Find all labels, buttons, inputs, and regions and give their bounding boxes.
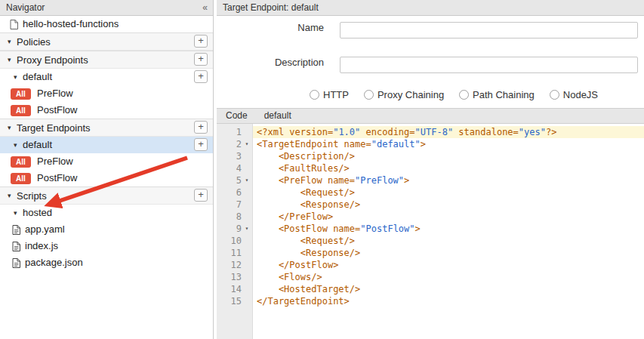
tree-item-file-app-yaml[interactable]: app.yaml bbox=[0, 221, 213, 238]
line-number[interactable]: 5▾ bbox=[217, 174, 252, 186]
section-label: Proxy Endpoints bbox=[17, 51, 88, 69]
code-line[interactable]: </PostFlow> bbox=[253, 259, 644, 271]
radio-http[interactable]: HTTP bbox=[310, 89, 349, 100]
code-line[interactable]: <Request/> bbox=[253, 235, 644, 247]
section-label: Target Endpoints bbox=[17, 119, 91, 137]
description-row: Description bbox=[217, 57, 324, 68]
tree-item-file-index-js[interactable]: index.js bbox=[0, 238, 213, 254]
flow-label: PreFlow bbox=[37, 153, 73, 170]
name-row: Name bbox=[217, 22, 324, 33]
line-number[interactable]: 2▾ bbox=[217, 138, 252, 150]
tab-code-label: Code bbox=[217, 109, 248, 123]
add-target-endpoint-button[interactable]: + bbox=[194, 121, 208, 134]
all-badge: All bbox=[11, 105, 31, 116]
name-input[interactable] bbox=[340, 22, 638, 39]
radio-icon bbox=[459, 90, 469, 100]
line-numbers[interactable]: 12▾345▾6789▾101112131415 bbox=[217, 124, 253, 339]
navigator-panel: Navigator « hello-hosted-functions ▾ Pol… bbox=[0, 0, 214, 339]
flow-label: PostFlow bbox=[37, 102, 77, 119]
code-line[interactable]: <Flows/> bbox=[253, 271, 644, 283]
add-proxy-endpoint-button[interactable]: + bbox=[194, 53, 208, 66]
tree-item-proxy-root[interactable]: hello-hosted-functions bbox=[0, 16, 213, 32]
section-label: Scripts bbox=[17, 187, 47, 205]
radio-label: Path Chaining bbox=[473, 89, 535, 100]
caret-down-icon[interactable]: ▾ bbox=[8, 33, 17, 51]
add-script-button[interactable]: + bbox=[194, 189, 208, 202]
tree-item-proxy-endpoint-default[interactable]: ▾ default + bbox=[0, 69, 213, 85]
name-label: Name bbox=[217, 22, 324, 33]
line-number[interactable]: 1 bbox=[217, 126, 252, 138]
file-icon bbox=[12, 225, 21, 235]
code-line[interactable]: <FaultRules/> bbox=[253, 162, 644, 174]
section-policies[interactable]: ▾ Policies + bbox=[0, 32, 213, 51]
document-icon bbox=[10, 20, 19, 29]
code-lines[interactable]: <?xml version="1.0" encoding="UTF-8" sta… bbox=[253, 124, 644, 339]
line-number[interactable]: 7 bbox=[217, 199, 252, 211]
line-number[interactable]: 4 bbox=[217, 162, 252, 174]
section-target-endpoints[interactable]: ▾ Target Endpoints + bbox=[0, 119, 213, 137]
tree-item-hosted-folder[interactable]: ▾ hosted bbox=[0, 205, 213, 221]
tree-item-file-package-json[interactable]: package.json bbox=[0, 254, 213, 271]
code-editor[interactable]: 12▾345▾6789▾101112131415 <?xml version="… bbox=[217, 124, 644, 339]
code-line[interactable]: <?xml version="1.0" encoding="UTF-8" sta… bbox=[253, 126, 644, 138]
code-line[interactable]: <Response/> bbox=[253, 247, 644, 259]
code-line[interactable]: <HostedTarget/> bbox=[253, 283, 644, 295]
radio-icon bbox=[310, 90, 319, 100]
caret-down-icon[interactable]: ▾ bbox=[8, 51, 17, 69]
radio-path-chaining[interactable]: Path Chaining bbox=[459, 89, 535, 100]
flow-item-target-preflow[interactable]: All PreFlow bbox=[0, 153, 213, 170]
line-number[interactable]: 15 bbox=[217, 295, 252, 307]
endpoint-form: Name Description HTTP Proxy Chaining Pat bbox=[217, 16, 644, 108]
detail-header: Target Endpoint: default bbox=[217, 0, 644, 16]
all-badge: All bbox=[11, 156, 31, 168]
line-number[interactable]: 8 bbox=[217, 211, 252, 223]
caret-down-icon[interactable]: ▾ bbox=[8, 119, 17, 137]
radio-icon bbox=[550, 90, 559, 100]
flow-label: PostFlow bbox=[37, 170, 77, 186]
code-line[interactable]: <Description/> bbox=[253, 150, 644, 162]
tree-item-target-endpoint-default[interactable]: ▾ default + bbox=[0, 137, 213, 153]
flow-item-proxy-postflow[interactable]: All PostFlow bbox=[0, 102, 213, 119]
code-line[interactable]: <PreFlow name="PreFlow"> bbox=[253, 174, 644, 186]
line-number[interactable]: 13 bbox=[217, 271, 252, 283]
line-number[interactable]: 14 bbox=[217, 283, 252, 295]
navigator-tree: hello-hosted-functions ▾ Policies + ▾ Pr… bbox=[0, 16, 213, 271]
caret-down-icon[interactable]: ▾ bbox=[14, 137, 23, 153]
add-flow-button[interactable]: + bbox=[194, 138, 208, 151]
code-line[interactable]: <Request/> bbox=[253, 186, 644, 199]
description-input[interactable] bbox=[340, 57, 638, 73]
radio-proxy-chaining[interactable]: Proxy Chaining bbox=[364, 89, 444, 100]
section-proxy-endpoints[interactable]: ▾ Proxy Endpoints + bbox=[0, 51, 213, 69]
endpoint-type-radios: HTTP Proxy Chaining Path Chaining NodeJS bbox=[310, 89, 598, 100]
add-flow-button[interactable]: + bbox=[194, 70, 208, 83]
line-number[interactable]: 11 bbox=[217, 247, 252, 259]
radio-label: Proxy Chaining bbox=[377, 89, 444, 100]
line-number[interactable]: 9▾ bbox=[217, 223, 252, 235]
caret-down-icon[interactable]: ▾ bbox=[8, 187, 17, 205]
caret-down-icon[interactable]: ▾ bbox=[14, 69, 23, 85]
code-tab-bar: Code default bbox=[217, 108, 644, 124]
detail-panel: Target Endpoint: default Name Descriptio… bbox=[217, 0, 644, 339]
code-line[interactable]: <PostFlow name="PostFlow"> bbox=[253, 223, 644, 235]
app-window: Navigator « hello-hosted-functions ▾ Pol… bbox=[0, 0, 644, 339]
code-line[interactable]: <Response/> bbox=[253, 199, 644, 211]
collapse-panel-icon[interactable]: « bbox=[202, 0, 207, 15]
flow-item-target-postflow[interactable]: All PostFlow bbox=[0, 170, 213, 186]
all-badge: All bbox=[11, 173, 31, 184]
code-line[interactable]: <TargetEndpoint name="default"> bbox=[253, 138, 644, 150]
code-line[interactable]: </PreFlow> bbox=[253, 211, 644, 223]
line-number[interactable]: 3 bbox=[217, 150, 252, 162]
radio-nodejs[interactable]: NodeJS bbox=[550, 89, 598, 100]
line-number[interactable]: 12 bbox=[217, 259, 252, 271]
line-number[interactable]: 10 bbox=[217, 235, 252, 247]
caret-down-icon[interactable]: ▾ bbox=[14, 205, 23, 221]
section-scripts[interactable]: ▾ Scripts + bbox=[0, 186, 213, 205]
flow-item-proxy-preflow[interactable]: All PreFlow bbox=[0, 85, 213, 102]
endpoint-label: default bbox=[23, 137, 52, 153]
tree-item-label: hello-hosted-functions bbox=[23, 16, 119, 32]
tab-file-default[interactable]: default bbox=[264, 109, 291, 123]
add-policy-button[interactable]: + bbox=[194, 35, 208, 48]
code-line[interactable]: </TargetEndpoint> bbox=[253, 295, 644, 307]
file-icon bbox=[12, 258, 21, 268]
line-number[interactable]: 6 bbox=[217, 186, 252, 199]
